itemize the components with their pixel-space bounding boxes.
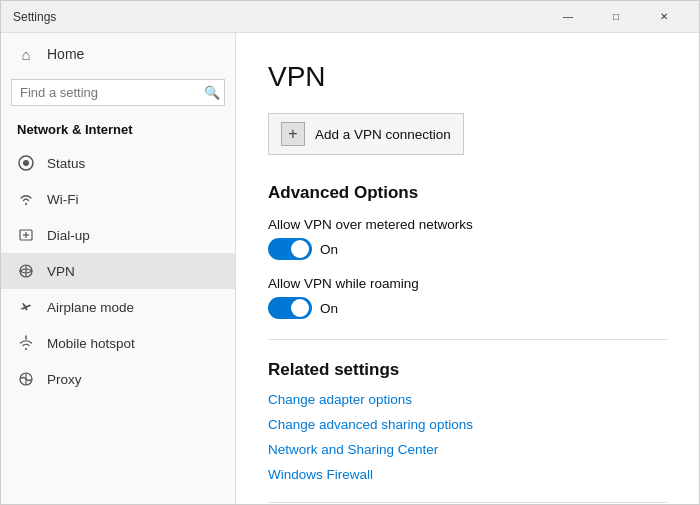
- proxy-label: Proxy: [47, 372, 82, 387]
- sidebar-item-hotspot[interactable]: Mobile hotspot: [1, 325, 235, 361]
- toggle-metered-label: Allow VPN over metered networks: [268, 217, 667, 232]
- airplane-label: Airplane mode: [47, 300, 134, 315]
- toggle-roaming-status: On: [320, 301, 338, 316]
- proxy-icon: [17, 370, 35, 388]
- related-link-network-center[interactable]: Network and Sharing Center: [268, 442, 667, 457]
- add-vpn-label: Add a VPN connection: [315, 127, 451, 142]
- maximize-button[interactable]: □: [593, 1, 639, 33]
- svg-point-1: [23, 160, 29, 166]
- vpn-icon: [17, 262, 35, 280]
- related-link-firewall[interactable]: Windows Firewall: [268, 467, 667, 482]
- sidebar-item-vpn[interactable]: VPN: [1, 253, 235, 289]
- divider: [268, 339, 667, 340]
- window-controls: — □ ✕: [545, 1, 687, 33]
- sidebar-item-home[interactable]: ⌂ Home: [1, 33, 235, 75]
- plus-icon: +: [281, 122, 305, 146]
- sidebar-item-proxy[interactable]: Proxy: [1, 361, 235, 397]
- toggle-roaming-container: On: [268, 297, 667, 319]
- toggle-metered-status: On: [320, 242, 338, 257]
- dialup-label: Dial-up: [47, 228, 90, 243]
- sidebar-item-status[interactable]: Status: [1, 145, 235, 181]
- vpn-label: VPN: [47, 264, 75, 279]
- toggle-roaming-row: Allow VPN while roaming On: [268, 276, 667, 319]
- related-link-adapter[interactable]: Change adapter options: [268, 392, 667, 407]
- toggle-roaming-label: Allow VPN while roaming: [268, 276, 667, 291]
- wifi-icon: [17, 190, 35, 208]
- minimize-button[interactable]: —: [545, 1, 591, 33]
- divider-2: [268, 502, 667, 503]
- toggle-roaming[interactable]: [268, 297, 312, 319]
- toggle-metered-row: Allow VPN over metered networks On: [268, 217, 667, 260]
- dialup-icon: [17, 226, 35, 244]
- sidebar-home-label: Home: [47, 46, 84, 62]
- status-icon: [17, 154, 35, 172]
- advanced-options-title: Advanced Options: [268, 183, 667, 203]
- search-icon-button[interactable]: 🔍: [204, 85, 220, 100]
- airplane-icon: [17, 298, 35, 316]
- settings-window: Settings — □ ✕ ⌂ Home 🔍 Network & Intern…: [0, 0, 700, 505]
- main-content: VPN + Add a VPN connection Advanced Opti…: [236, 33, 699, 504]
- search-input[interactable]: [11, 79, 225, 106]
- page-title: VPN: [268, 61, 667, 93]
- content-area: ⌂ Home 🔍 Network & Internet Status Wi-Fi: [1, 33, 699, 504]
- search-box: 🔍: [11, 79, 225, 106]
- related-settings-title: Related settings: [268, 360, 667, 380]
- titlebar: Settings — □ ✕: [1, 1, 699, 33]
- toggle-metered[interactable]: [268, 238, 312, 260]
- sidebar-item-airplane[interactable]: Airplane mode: [1, 289, 235, 325]
- sidebar-item-wifi[interactable]: Wi-Fi: [1, 181, 235, 217]
- sidebar: ⌂ Home 🔍 Network & Internet Status Wi-Fi: [1, 33, 236, 504]
- home-icon: ⌂: [17, 45, 35, 63]
- hotspot-icon: [17, 334, 35, 352]
- close-button[interactable]: ✕: [641, 1, 687, 33]
- sidebar-item-dialup[interactable]: Dial-up: [1, 217, 235, 253]
- hotspot-label: Mobile hotspot: [47, 336, 135, 351]
- wifi-label: Wi-Fi: [47, 192, 78, 207]
- related-link-sharing[interactable]: Change advanced sharing options: [268, 417, 667, 432]
- sidebar-section-label: Network & Internet: [1, 116, 235, 145]
- window-title: Settings: [13, 10, 56, 24]
- add-vpn-button[interactable]: + Add a VPN connection: [268, 113, 464, 155]
- status-label: Status: [47, 156, 85, 171]
- toggle-metered-container: On: [268, 238, 667, 260]
